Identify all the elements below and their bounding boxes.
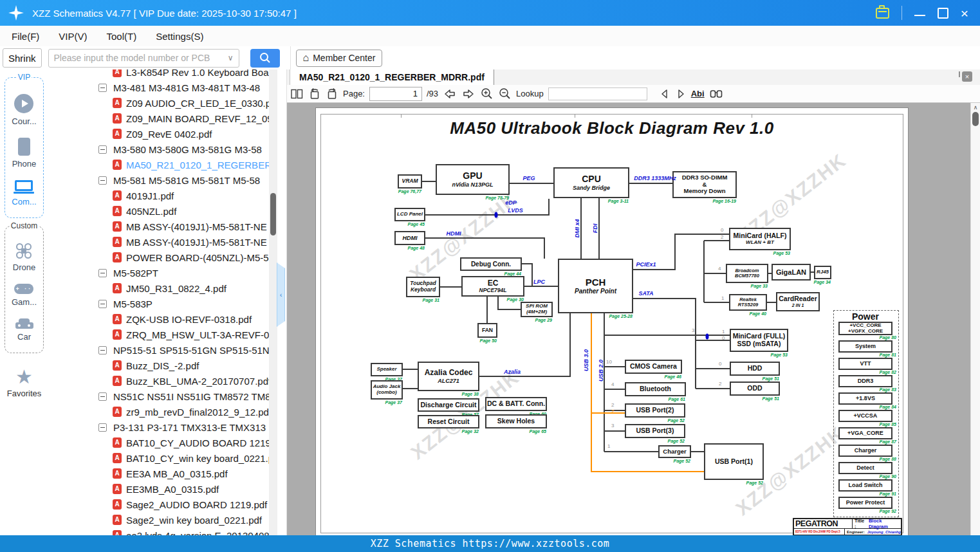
tab-close-button[interactable]: ×: [962, 71, 972, 82]
tree-item[interactable]: ASage2_win key board_0221.pdf: [48, 512, 269, 528]
minimize-button[interactable]: [914, 15, 925, 16]
two-page-view-icon[interactable]: [290, 87, 304, 100]
tree-item[interactable]: Aee3 lvds 4g_version E_20130408: [48, 528, 269, 535]
collapse-expander-icon[interactable]: [98, 392, 107, 401]
tree-item[interactable]: ABAT10_CY_AUDIO BOARD 1219.: [48, 435, 269, 450]
find-next-icon[interactable]: [675, 88, 687, 100]
binoculars-icon[interactable]: [709, 88, 723, 100]
menu-item-tool[interactable]: Tool(T): [107, 31, 137, 42]
search-input[interactable]: [49, 53, 228, 63]
tree-item[interactable]: AMB ASSY-(4019J1)-M5-581T-NE: [48, 219, 269, 234]
tree-item[interactable]: ABuzz_DIS_-2.pdf: [48, 358, 269, 373]
tree-item[interactable]: Azr9_mb_revD_final2012_9_12.pd: [48, 404, 269, 419]
tree-scrollbar-thumb[interactable]: [270, 193, 276, 235]
pdf-icon: A: [113, 376, 122, 386]
lookup-input[interactable]: [548, 87, 647, 100]
tree-item[interactable]: AZ09_RevE 0402.pdf: [48, 126, 269, 142]
sidebar-item-drone[interactable]: Drone: [13, 243, 35, 272]
tree-item[interactable]: AEE3A MB_A0_0315.pdf: [48, 466, 269, 481]
tree-item[interactable]: AMA50_R21_0120_1_REGERBER_M: [48, 157, 269, 172]
zoom-in-icon[interactable]: [480, 87, 494, 100]
sidebar-item-gam[interactable]: + ··Gam...: [12, 284, 37, 307]
chevron-down-icon[interactable]: ∨: [228, 53, 239, 62]
collapse-expander-icon[interactable]: [98, 300, 107, 308]
tree-folder[interactable]: M3-580 M3-580G M3-581G M3-58: [48, 142, 269, 157]
page-reference: Page 46: [665, 374, 681, 379]
tree-item[interactable]: A405NZL.pdf: [48, 203, 269, 219]
rotate-right-icon[interactable]: [326, 87, 338, 100]
page-reference: Page 50: [480, 338, 497, 343]
tree-item[interactable]: AL3-K854P Rev 1.0 Keyboard Boa: [48, 69, 269, 80]
tree-item[interactable]: ABuzz_KBL_UMA-2_20170707.pdf: [48, 373, 269, 389]
pdf-scrollbar-thumb[interactable]: [972, 112, 979, 126]
menu-item-file[interactable]: File(F): [12, 31, 39, 42]
menu-item-vip[interactable]: VIP(V): [59, 31, 87, 42]
match-case-button[interactable]: Abi: [691, 89, 705, 98]
rotate-left-icon[interactable]: [308, 87, 321, 100]
tree-folder[interactable]: M3-481 M3-481G M3-481T M3-48: [48, 80, 269, 95]
sidebar-item-favorites[interactable]: ★ Favorites: [0, 367, 48, 398]
tree-item[interactable]: AZQK-USB IO-REVF-0318.pdf: [48, 311, 269, 327]
page-input[interactable]: [369, 87, 422, 101]
tree-item[interactable]: AZ09_MAIN BOARD_REVF_12_090: [48, 111, 269, 126]
zoom-out-icon[interactable]: [498, 87, 512, 100]
next-page-icon[interactable]: [461, 87, 476, 100]
tree-folder[interactable]: NP515-51 SP515-51GN SP515-51N: [48, 342, 269, 358]
previous-page-icon[interactable]: [443, 87, 457, 100]
tree-item[interactable]: AMB ASSY-(4019J1)-M5-581T-NE: [48, 234, 269, 250]
sidebar-item-com[interactable]: Com...: [12, 180, 36, 207]
sidebar-item-phone[interactable]: Phone: [12, 138, 37, 169]
star-icon: ★: [15, 367, 33, 387]
maximize-button[interactable]: [938, 8, 948, 19]
find-previous-icon[interactable]: [659, 88, 670, 100]
collapse-expander-icon[interactable]: [98, 423, 107, 432]
search-button[interactable]: [250, 49, 280, 68]
power-rail-detect: Detect: [838, 462, 892, 474]
collapse-expander-icon[interactable]: [98, 269, 107, 277]
tree-item[interactable]: APOWER BOARD-(405NZL)-M5-5: [48, 250, 269, 265]
collapse-expander-icon[interactable]: [98, 176, 107, 185]
collapse-expander-icon[interactable]: [98, 84, 107, 92]
sidebar-item-car[interactable]: Car: [15, 318, 33, 342]
tree-folder[interactable]: M5-583P: [48, 296, 269, 311]
tree-item[interactable]: AJM50_R31_0822_4.pdf: [48, 281, 269, 296]
diagram-block-ec: ECNPCE794L: [461, 276, 524, 297]
menu-item-settings[interactable]: Settings(S): [156, 31, 203, 42]
tree-item-label: M3-481 M3-481G M3-481T M3-48: [113, 82, 260, 93]
tree-scrollbar-track[interactable]: [269, 69, 277, 535]
page-reference: Page 3-11: [608, 199, 629, 203]
diagram-block-debug: Debug Conn.: [460, 257, 522, 271]
tab-ma50-pdf[interactable]: MA50_R21_0120_1_REGERBER_MDRR.pdf: [290, 69, 494, 85]
tree-folder[interactable]: NS51C NS51I NS51IG TM8572 TM8: [48, 389, 269, 404]
tree-item[interactable]: ASage2_AUDIO BOARD 1219.pdf: [48, 497, 269, 512]
tree-item[interactable]: AZ09 AUDIO_CR_LED_1E_0330.pd: [48, 95, 269, 111]
tree-item-label: Buzz_DIS_-2.pdf: [126, 360, 199, 371]
scroll-up-icon[interactable]: ∧: [971, 104, 980, 111]
collapse-panel-handle[interactable]: ‹: [277, 262, 285, 327]
tree-item[interactable]: ABAT10_CY_win key board_0221.p: [48, 450, 269, 466]
tree-item-label: ee3 lvds 4g_version E_20130408: [126, 530, 269, 536]
tree-item[interactable]: AEE3MB_A0_0315.pdf: [48, 481, 269, 497]
tree-item[interactable]: AZRQ_MB_HSW_ULT-3A-REVF-04: [48, 327, 269, 342]
tree-folder[interactable]: P3-131 P3-171 TMX313-E TMX313: [48, 419, 269, 435]
collapse-expander-icon[interactable]: [98, 145, 107, 154]
app-logo-icon: [8, 5, 24, 21]
page-reference: Page 30: [507, 297, 524, 302]
tree-folder[interactable]: M5-581 M5-581G M5-581T M5-58: [48, 172, 269, 188]
tree-item[interactable]: A4019J1.pdf: [48, 188, 269, 203]
sidebar-item-cour[interactable]: Cour...: [12, 94, 36, 126]
power-rail-vcc_core: +VCC_CORE +VGFX_CORE: [838, 322, 892, 335]
tree-item-label: NP515-51 SP515-51GN SP515-51N: [113, 345, 269, 356]
close-button[interactable]: ×: [961, 6, 968, 20]
briefcase-icon[interactable]: [876, 8, 889, 19]
diagram-block-bcm: Broadcom BCM57780: [726, 264, 768, 283]
collapse-expander-icon[interactable]: [98, 346, 107, 354]
tree-folder[interactable]: M5-582PT: [48, 265, 269, 281]
pdf-viewport[interactable]: MA50 Ultrabook Block Diagram Rev 1.0 PEG…: [287, 103, 970, 535]
pdf-scrollbar[interactable]: ∧: [970, 103, 980, 535]
net-label: LVDS: [508, 207, 523, 214]
member-center-button[interactable]: ⌂ Member Center: [296, 50, 383, 67]
shrink-button[interactable]: Shrink: [3, 48, 42, 68]
page-reference: Page 33: [751, 284, 768, 288]
tree-item-label: Sage2_win key board_0221.pdf: [126, 515, 262, 526]
